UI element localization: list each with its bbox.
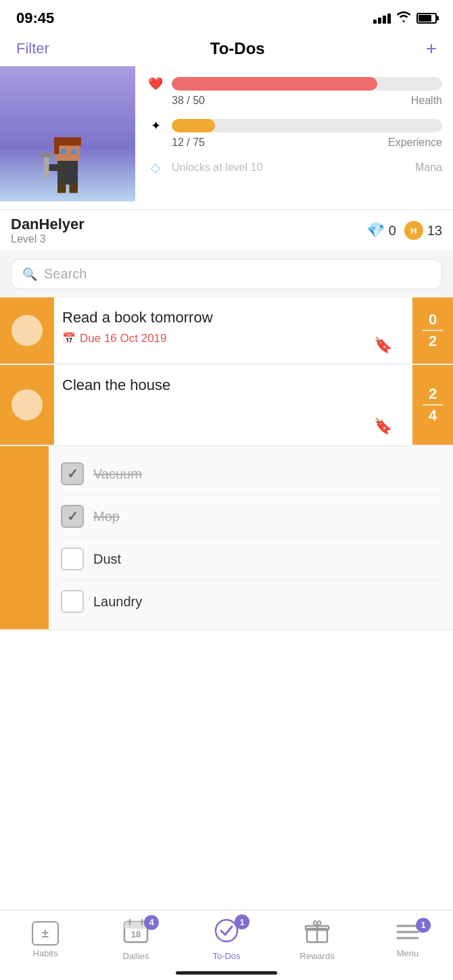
subtask-checkbox[interactable]: ✓ [61, 505, 84, 528]
dailies-badge: 4 [144, 915, 159, 930]
character-section: ❤️ 38 / 50 Health ✦ [0, 66, 453, 210]
subtask-label: Vacuum [93, 466, 142, 482]
tab-dailies-label: Dailies [122, 951, 149, 961]
status-icons [373, 11, 437, 26]
checkmark-icon: ✓ [67, 508, 78, 524]
health-bar-track [172, 77, 442, 91]
search-bar[interactable]: 🔍 Search [11, 259, 442, 289]
todo-content: Clean the house [54, 365, 412, 445]
user-details: DanHelyer Level 3 [11, 216, 85, 245]
tab-habits[interactable]: ± Habits [18, 921, 72, 958]
subtask-checkbox[interactable]: ✓ [61, 462, 84, 485]
svg-rect-7 [44, 154, 49, 178]
todo-title: Clean the house [62, 376, 404, 395]
gold-currency: H 13 [404, 221, 442, 240]
checkmark-icon: ✓ [67, 466, 78, 482]
filter-button[interactable]: Filter [16, 40, 49, 57]
search-placeholder[interactable]: Search [44, 266, 87, 282]
svg-rect-4 [61, 149, 66, 155]
exp-label: Experience [388, 137, 442, 149]
tab-todos[interactable]: 1 To-Dos [199, 918, 254, 961]
tab-menu-label: Menu [397, 948, 419, 958]
add-button[interactable]: + [426, 39, 437, 58]
experience-icon: ✦ [146, 116, 165, 135]
todo-score: 0 2 [412, 297, 453, 364]
tab-dailies[interactable]: 4 18 Dailies [109, 919, 163, 961]
todo-content: Read a book tomorrow 📅 Due 16 Oct 2019 [54, 297, 412, 364]
todo-title: Read a book tomorrow [62, 308, 404, 328]
subtask-label: Mop [93, 509, 120, 524]
todo-item[interactable]: Clean the house 🔖 2 4 [0, 365, 453, 446]
battery-icon [416, 13, 437, 24]
subtask-item[interactable]: ✓ Vacuum [61, 453, 439, 495]
todo-circle [11, 389, 43, 420]
calendar-icon: 📅 [62, 332, 76, 345]
svg-rect-9 [57, 185, 66, 193]
todo-score: 2 4 [412, 365, 453, 445]
todo-checkbox-area[interactable] [0, 365, 54, 445]
gem-currency: 💎 0 [366, 222, 396, 239]
mana-unlock-text: Unlocks at level 10 [172, 162, 262, 174]
tab-habits-label: Habits [33, 948, 58, 958]
todo-circle [11, 315, 43, 346]
subtask-item[interactable]: Dust [61, 538, 439, 581]
tab-rewards[interactable]: Rewards [290, 919, 344, 961]
subtask-checkbox[interactable] [61, 590, 84, 613]
header: Filter To-Dos + [0, 34, 453, 66]
health-icon: ❤️ [146, 74, 165, 93]
bookmark-icon: 🔖 [374, 418, 392, 435]
page-title: To-Dos [210, 39, 265, 58]
tab-menu[interactable]: 1 Menu [381, 922, 435, 958]
health-stat: ❤️ 38 / 50 Health [146, 74, 442, 107]
svg-rect-3 [54, 141, 59, 154]
svg-rect-5 [71, 149, 76, 155]
mana-label: Mana [415, 162, 442, 174]
bookmark-icon: 🔖 [374, 337, 392, 354]
status-time: 09:45 [16, 9, 54, 27]
todo-checkbox-area[interactable] [0, 297, 54, 364]
rewards-icon [304, 919, 330, 948]
subtask-item[interactable]: ✓ Mop [61, 495, 439, 538]
svg-point-17 [216, 920, 237, 941]
user-level: Level 3 [11, 233, 85, 245]
home-indicator [176, 971, 277, 975]
user-info: DanHelyer Level 3 💎 0 H 13 [0, 210, 453, 251]
due-date: Due 16 Oct 2019 [80, 332, 167, 345]
svg-rect-13 [124, 926, 147, 929]
tab-rewards-label: Rewards [300, 951, 334, 961]
todo-list: Read a book tomorrow 📅 Due 16 Oct 2019 🔖… [0, 297, 453, 631]
health-bar-fill [172, 77, 377, 91]
menu-badge: 1 [416, 918, 431, 933]
mana-icon: ◇ [146, 158, 165, 177]
health-label: Health [411, 95, 442, 107]
subtask-checkbox[interactable] [61, 547, 84, 570]
search-container: 🔍 Search [0, 251, 453, 297]
character-avatar[interactable] [0, 66, 135, 201]
signal-icon [373, 14, 391, 24]
subtask-label: Dust [93, 552, 121, 567]
gold-count: 13 [427, 223, 442, 239]
subtask-item[interactable]: Laundry [61, 581, 439, 622]
gem-count: 0 [389, 223, 396, 239]
exp-bar-track [172, 119, 442, 132]
mana-stat: ◇ Unlocks at level 10 Mana [146, 158, 442, 177]
gem-icon: 💎 [366, 222, 385, 239]
tab-todos-label: To-Dos [212, 951, 240, 961]
svg-text:18: 18 [131, 929, 141, 939]
gold-badge: H [404, 221, 423, 240]
exp-value: 12 / 75 [172, 137, 205, 149]
user-currency: 💎 0 H 13 [366, 221, 442, 240]
tab-bar: ± Habits 4 18 Dailies 1 To-Dos [0, 910, 453, 980]
exp-bar-fill [172, 119, 215, 132]
svg-rect-8 [41, 153, 53, 158]
experience-stat: ✦ 12 / 75 Experience [146, 116, 442, 149]
wifi-icon [396, 11, 411, 26]
user-name: DanHelyer [11, 216, 85, 233]
todos-icon [213, 918, 240, 948]
status-bar: 09:45 [0, 0, 453, 34]
todo-due: 📅 Due 16 Oct 2019 [62, 332, 404, 345]
health-value: 38 / 50 [172, 95, 205, 107]
habits-icon: ± [32, 921, 59, 946]
search-icon: 🔍 [22, 267, 37, 282]
todo-item[interactable]: Read a book tomorrow 📅 Due 16 Oct 2019 🔖… [0, 297, 453, 365]
